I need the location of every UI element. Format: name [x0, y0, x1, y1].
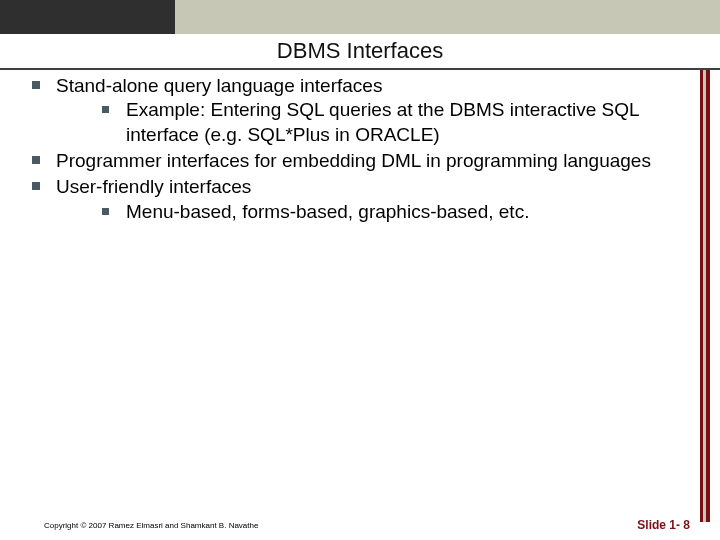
square-bullet-icon	[32, 182, 40, 190]
bullet-text: Example: Entering SQL queries at the DBM…	[126, 99, 639, 144]
square-bullet-icon	[32, 156, 40, 164]
copyright-text: Copyright © 2007 Ramez Elmasri and Shamk…	[44, 521, 258, 530]
slide: DBMS Interfaces Stand-alone query langua…	[0, 0, 720, 540]
list-item: Menu-based, forms-based, graphics-based,…	[98, 200, 676, 224]
title-underline	[0, 68, 720, 70]
bullet-text: Menu-based, forms-based, graphics-based,…	[126, 201, 529, 222]
slide-title: DBMS Interfaces	[0, 38, 720, 64]
list-item: User-friendly interfaces Menu-based, for…	[28, 175, 676, 224]
bullet-text: User-friendly interfaces	[56, 176, 251, 197]
header-band-dark	[0, 0, 175, 34]
list-item: Example: Entering SQL queries at the DBM…	[98, 98, 676, 147]
square-bullet-icon	[102, 106, 109, 113]
list-item: Programmer interfaces for embedding DML …	[28, 149, 676, 173]
right-accent-stripe	[700, 70, 710, 522]
square-bullet-icon	[32, 81, 40, 89]
slide-body: Stand-alone query language interfaces Ex…	[16, 74, 676, 226]
bullet-text: Stand-alone query language interfaces	[56, 75, 382, 96]
bullet-text: Programmer interfaces for embedding DML …	[56, 150, 651, 171]
slide-number: Slide 1- 8	[637, 518, 690, 532]
square-bullet-icon	[102, 208, 109, 215]
list-item: Stand-alone query language interfaces Ex…	[28, 74, 676, 147]
